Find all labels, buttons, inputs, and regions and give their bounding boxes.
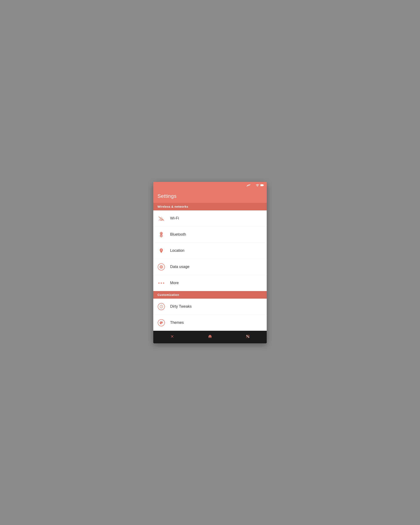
dirty-tweaks-circle [158, 303, 165, 310]
search-button[interactable] [255, 192, 262, 200]
data-usage-icon [158, 263, 165, 271]
battery-icon [261, 184, 264, 187]
recents-button[interactable] [242, 332, 254, 342]
wifi-label: Wi-Fi [170, 216, 179, 221]
settings-item-more[interactable]: More [153, 275, 267, 291]
wireless-list: Wi-Fi Bluetooth Location [153, 210, 267, 291]
section-header-wireless: Wireless & networks [153, 203, 267, 210]
status-bar [153, 182, 267, 189]
settings-item-bluetooth[interactable]: Bluetooth [153, 227, 267, 243]
phone-screen: Settings Wireless & networks [153, 182, 267, 343]
data-usage-label: Data usage [170, 265, 189, 269]
status-icons [247, 184, 264, 187]
settings-item-dirty-tweaks[interactable]: Dirty Tweaks [153, 299, 267, 315]
svg-point-14 [163, 282, 164, 284]
bluetooth-icon [158, 231, 165, 238]
signal-wave-icon [247, 184, 251, 187]
settings-item-themes[interactable]: Themes [153, 315, 267, 331]
more-icon [158, 279, 165, 287]
themes-label: Themes [170, 320, 184, 325]
svg-point-12 [158, 282, 160, 284]
home-button[interactable] [204, 332, 216, 342]
cellular-icon [252, 184, 254, 187]
section-header-customization: Customization [153, 291, 267, 299]
location-icon [158, 247, 165, 254]
svg-point-2 [257, 186, 258, 187]
bluetooth-label: Bluetooth [170, 232, 186, 237]
settings-item-location[interactable]: Location [153, 243, 267, 259]
back-button[interactable] [166, 332, 178, 342]
more-label: More [170, 281, 179, 285]
svg-rect-4 [263, 185, 264, 186]
app-bar: Settings [153, 189, 267, 203]
data-usage-circle [158, 263, 165, 271]
dirty-tweaks-label: Dirty Tweaks [170, 304, 192, 309]
customization-list: Dirty Tweaks Themes [153, 299, 267, 331]
bottom-navigation [153, 331, 267, 343]
location-label: Location [170, 248, 184, 253]
settings-item-wifi[interactable]: Wi-Fi [153, 210, 267, 227]
wifi-icon [158, 215, 165, 222]
app-title: Settings [158, 193, 177, 199]
svg-point-13 [161, 282, 162, 284]
settings-item-data-usage[interactable]: Data usage [153, 259, 267, 275]
themes-icon [158, 319, 165, 327]
themes-circle [158, 319, 165, 326]
wifi-status-icon [256, 184, 259, 187]
dirty-tweaks-icon [158, 303, 165, 310]
svg-rect-3 [261, 184, 263, 186]
